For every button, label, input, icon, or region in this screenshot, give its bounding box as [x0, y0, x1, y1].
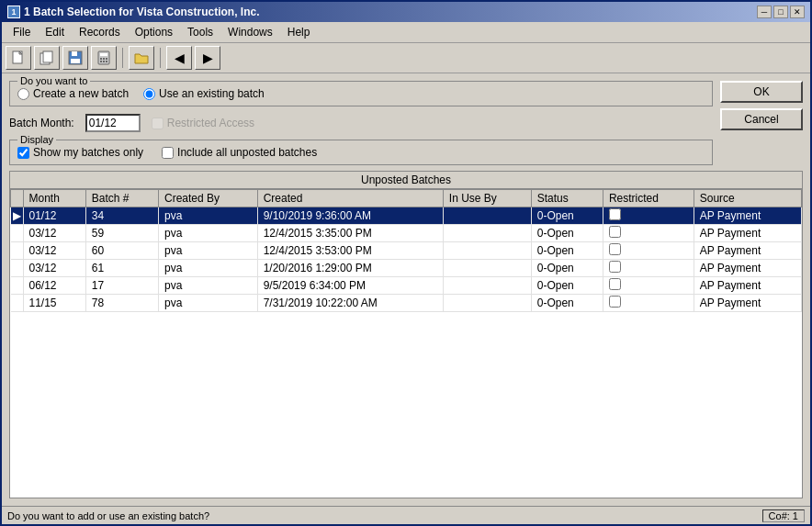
table-cell: 0-Open — [531, 295, 603, 312]
table-cell — [11, 277, 24, 295]
main-window: 1 1 Batch Selection for Vista Constructi… — [0, 0, 812, 526]
toolbar-save-button[interactable] — [62, 46, 88, 70]
toolbar-copy-button[interactable] — [34, 46, 60, 70]
group-box-title: Do you want to — [17, 75, 90, 86]
table-row[interactable]: ▶01/1234pva9/10/2019 9:36:00 AM0-OpenAP … — [11, 207, 802, 225]
table-cell: AP Payment — [694, 295, 801, 312]
toolbar-new-button[interactable] — [6, 46, 31, 70]
table-cell: 9/5/2019 6:34:00 PM — [257, 277, 443, 295]
toolbar-calc-button[interactable] — [91, 46, 117, 70]
create-batch-radio-label[interactable]: Create a new batch — [17, 87, 129, 100]
table-cell: 03/12 — [23, 242, 85, 260]
table-cell: 0-Open — [531, 277, 603, 295]
display-group: Display Show my batches only Include all… — [9, 140, 713, 165]
use-existing-radio-label[interactable]: Use an existing batch — [143, 87, 265, 100]
right-section: OK Cancel — [720, 81, 803, 130]
table-cell: AP Payment — [694, 207, 801, 225]
do-you-want-group: Do you want to Create a new batch Use an… — [9, 81, 713, 106]
table-cell: 9/10/2019 9:36:00 AM — [257, 207, 443, 225]
table-cell — [443, 225, 531, 242]
include-all-label[interactable]: Include all unposted batches — [162, 146, 317, 159]
table-cell: 60 — [85, 242, 158, 260]
table-cell — [443, 277, 531, 295]
table-title: Unposted Batches — [10, 172, 802, 189]
table-cell: 0-Open — [531, 207, 603, 225]
cancel-button[interactable]: Cancel — [720, 108, 803, 130]
create-batch-radio[interactable] — [17, 88, 29, 100]
svg-rect-3 — [43, 51, 52, 62]
use-existing-radio[interactable] — [143, 88, 155, 100]
checkbox-row: Show my batches only Include all unposte… — [17, 144, 705, 159]
table-row[interactable]: 03/1260pva12/4/2015 3:53:00 PM0-OpenAP P… — [11, 242, 802, 260]
table-cell: 12/4/2015 3:53:00 PM — [257, 242, 443, 260]
restricted-checkbox[interactable] — [609, 261, 621, 273]
table-cell — [443, 242, 531, 260]
maximize-button[interactable]: □ — [773, 6, 788, 18]
table-cell: 17 — [85, 277, 158, 295]
table-cell: 0-Open — [531, 225, 603, 242]
menu-file[interactable]: File — [6, 24, 38, 40]
svg-rect-11 — [106, 58, 107, 60]
col-in-use-by: In Use By — [443, 190, 531, 207]
ok-button[interactable]: OK — [720, 81, 803, 103]
table-cell: 06/12 — [23, 277, 85, 295]
menu-tools[interactable]: Tools — [180, 24, 220, 40]
table-cell: 61 — [85, 260, 158, 277]
toolbar-back-button[interactable]: ◀ — [166, 46, 192, 70]
batch-month-input[interactable] — [85, 114, 141, 132]
table-cell: 0-Open — [531, 242, 603, 260]
table-row[interactable]: 03/1259pva12/4/2015 3:35:00 PM0-OpenAP P… — [11, 225, 802, 242]
table-cell: 03/12 — [23, 260, 85, 277]
top-section: Do you want to Create a new batch Use an… — [9, 81, 803, 165]
table-section: Unposted Batches Month Batch # Created B… — [9, 171, 803, 498]
status-bar: Do you want to add or use an existing ba… — [2, 506, 810, 524]
minimize-button[interactable]: ─ — [757, 6, 772, 18]
table-header-row: Month Batch # Created By Created In Use … — [11, 190, 802, 207]
table-cell: 12/4/2015 3:35:00 PM — [257, 225, 443, 242]
menu-edit[interactable]: Edit — [38, 24, 72, 40]
toolbar-folder-button[interactable] — [129, 46, 154, 70]
table-row[interactable]: 11/1578pva7/31/2019 10:22:00 AM0-OpenAP … — [11, 295, 802, 312]
table-cell — [603, 225, 694, 242]
menu-windows[interactable]: Windows — [220, 24, 280, 40]
table-cell: 59 — [85, 225, 158, 242]
menu-options[interactable]: Options — [128, 24, 180, 40]
batches-table: Month Batch # Created By Created In Use … — [10, 189, 802, 312]
show-my-batches-checkbox[interactable] — [17, 147, 29, 159]
table-cell: 7/31/2019 10:22:00 AM — [257, 295, 443, 312]
table-cell: 0-Open — [531, 260, 603, 277]
col-source: Source — [694, 190, 801, 207]
restricted-checkbox[interactable] — [609, 278, 621, 290]
restricted-checkbox[interactable] — [609, 296, 621, 308]
restricted-checkbox[interactable] — [609, 243, 621, 255]
table-cell — [603, 277, 694, 295]
table-cell — [11, 225, 24, 242]
table-cell — [603, 242, 694, 260]
table-wrapper[interactable]: Month Batch # Created By Created In Use … — [10, 189, 802, 498]
table-cell — [603, 295, 694, 312]
close-button[interactable]: ✕ — [790, 6, 805, 18]
table-cell: 1/20/2016 1:29:00 PM — [257, 260, 443, 277]
col-month: Month — [23, 190, 85, 207]
table-row[interactable]: 06/1217pva9/5/2019 6:34:00 PM0-OpenAP Pa… — [11, 277, 802, 295]
show-my-batches-label[interactable]: Show my batches only — [17, 146, 143, 159]
use-existing-label: Use an existing batch — [159, 87, 265, 100]
svg-rect-10 — [103, 58, 105, 60]
svg-rect-8 — [100, 53, 107, 56]
table-cell — [443, 295, 531, 312]
toolbar-forward-button[interactable]: ▶ — [195, 46, 220, 70]
svg-rect-12 — [100, 61, 102, 62]
restricted-checkbox[interactable] — [609, 208, 621, 220]
title-bar-buttons: ─ □ ✕ — [757, 6, 805, 18]
toolbar-separator — [122, 48, 123, 68]
svg-rect-13 — [103, 61, 105, 62]
menu-records[interactable]: Records — [72, 24, 128, 40]
menu-bar: File Edit Records Options Tools Windows … — [2, 22, 810, 43]
table-cell — [11, 260, 24, 277]
table-row[interactable]: 03/1261pva1/20/2016 1:29:00 PM0-OpenAP P… — [11, 260, 802, 277]
include-all-checkbox[interactable] — [162, 147, 174, 159]
main-content: Do you want to Create a new batch Use an… — [2, 73, 810, 506]
batch-month-label: Batch Month: — [9, 117, 74, 129]
menu-help[interactable]: Help — [280, 24, 318, 40]
restricted-checkbox[interactable] — [609, 226, 621, 238]
